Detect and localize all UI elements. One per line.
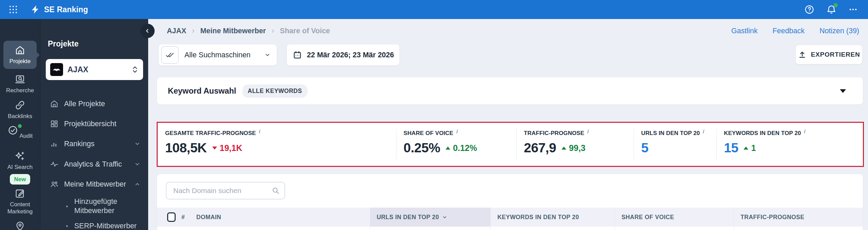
bullet-dot <box>66 225 68 227</box>
breadcrumb-item-section[interactable]: Meine Mitbewerber <box>200 27 266 35</box>
upload-icon <box>798 51 806 59</box>
competitors-people-icon <box>50 180 59 189</box>
metric-value: 15 <box>724 140 738 155</box>
table-header-row: # DOMAIN URLS IN DEN TOP 20 KEYWORDS IN … <box>157 208 863 227</box>
search-engine-dropdown[interactable]: Alle Suchmaschinen <box>159 44 277 65</box>
select-updown-icon <box>132 65 138 74</box>
calendar-icon <box>293 51 302 59</box>
metric-delta-positive: 99,3 <box>561 143 586 153</box>
rail-item-lokales-marketing[interactable]: Lokales Marketing <box>0 221 40 230</box>
content-pencil-icon <box>15 188 25 199</box>
metric-traffic-prognose: TRAFFIC-PROGNOSEi 267,9 99,3 <box>516 123 634 166</box>
rail-item-ai-search[interactable]: AI Search New <box>0 151 40 185</box>
brand-name: SE Ranking <box>44 5 88 14</box>
sidebar-item-label: Alle Projekte <box>64 100 105 108</box>
search-engine-value: Alle Suchmaschinen <box>184 51 251 59</box>
export-button[interactable]: EXPORTIEREN <box>796 45 862 64</box>
rail-item-content-marketing[interactable]: Content Marketing <box>0 188 40 215</box>
bullet-dot <box>66 206 68 207</box>
project-selector[interactable]: AJAX <box>46 59 143 80</box>
sidebar-item-meine-mitbewerber[interactable]: Meine Mitbewerber <box>40 175 149 194</box>
column-header-domain[interactable]: DOMAIN <box>196 208 221 227</box>
date-range-picker[interactable]: 22 Mär 2026; 23 Mär 2026 <box>287 44 399 65</box>
column-divider <box>615 227 615 230</box>
rail-item-recherche[interactable]: Recherche <box>0 74 40 94</box>
sidebar-item-analytics-traffic[interactable]: Analytics & Traffic <box>40 155 149 174</box>
rail-item-label: Audit <box>20 133 33 139</box>
feedback-link[interactable]: Feedback <box>772 27 804 35</box>
metric-value: 108,5K <box>165 140 207 155</box>
metric-value: 5 <box>641 140 648 155</box>
sidebar-item-alle-projekte[interactable]: Alle Projekte <box>40 94 149 113</box>
breadcrumb-item-current: Share of Voice <box>280 27 330 35</box>
chevron-down-icon <box>134 141 140 147</box>
keyword-selection-panel: Keyword Auswahl ALLE KEYWORDS <box>157 77 863 104</box>
home-icon <box>50 99 59 108</box>
panel-expand-caret-icon[interactable] <box>840 89 846 93</box>
main-content: AJAX › Meine Mitbewerber › Share of Voic… <box>148 19 868 230</box>
metrics-summary-strip: GESAMTE TRAFFIC-PROGNOSEi 108,5K 19,1K S… <box>157 122 864 167</box>
metric-gesamte-traffic-prognose: GESAMTE TRAFFIC-PROGNOSEi 108,5K 19,1K <box>158 123 396 166</box>
sidebar-item-label: Analytics & Traffic <box>64 160 122 169</box>
metric-delta-positive: 0.12% <box>446 143 477 153</box>
metric-label: KEYWORDS IN DEN TOP 20i <box>724 130 863 137</box>
sidebar-item-projektuebersicht[interactable]: Projektübersicht <box>40 114 149 133</box>
ai-sparkles-icon <box>15 151 25 161</box>
sidebar-item-rankings[interactable]: Rankings <box>40 134 149 153</box>
sidebar-heading: Projekte <box>48 39 79 49</box>
rail-item-label: AI Search <box>7 164 33 170</box>
brand-logo[interactable]: SE Ranking <box>31 5 88 14</box>
metric-divider <box>516 129 517 160</box>
sidebar-subitem-hinzugefuegte-mitbewerber[interactable]: Hinzugefügte Mitbewerber <box>40 196 149 216</box>
rail-item-backlinks[interactable]: Backlinks <box>0 100 40 120</box>
column-header-traffic-prognose[interactable]: TRAFFIC-PROGNOSE <box>741 208 804 227</box>
sidebar-subitem-serp-mitbewerber[interactable]: SERP-Mitbewerber <box>40 219 149 230</box>
chevron-up-icon <box>134 181 140 187</box>
sidebar-item-label: Rankings <box>64 140 95 148</box>
keyword-filter-badge[interactable]: ALLE KEYWORDS <box>242 84 308 98</box>
metric-value: 0.25% <box>403 140 440 155</box>
sidebar-collapse-button[interactable] <box>140 24 155 38</box>
select-all-checkbox[interactable] <box>167 212 176 222</box>
active-notch <box>33 52 40 58</box>
search-icon <box>272 187 280 195</box>
rail-item-audit[interactable]: Audit <box>0 125 40 139</box>
research-icon <box>15 74 25 85</box>
column-header-number[interactable]: # <box>181 208 185 227</box>
gastlink-link[interactable]: Gastlink <box>731 27 758 35</box>
app-grid-icon[interactable] <box>9 5 18 14</box>
notifications-bell-icon[interactable] <box>826 4 837 15</box>
metric-value: 267,9 <box>524 140 556 155</box>
metric-divider <box>716 129 717 160</box>
chevron-down-icon <box>264 52 271 58</box>
metric-delta-negative: 19,1K <box>212 143 242 153</box>
metric-urls-top20: URLS IN DEN TOP 20i 5 <box>634 123 716 166</box>
topbar-actions <box>804 4 858 15</box>
domain-search-field[interactable] <box>166 182 285 199</box>
info-icon[interactable]: i <box>259 128 260 135</box>
info-icon[interactable]: i <box>456 128 458 135</box>
metric-label: TRAFFIC-PROGNOSEi <box>524 130 634 137</box>
keyword-panel-title: Keyword Auswahl <box>168 87 236 96</box>
info-icon[interactable]: i <box>587 128 589 135</box>
help-icon[interactable] <box>804 4 814 15</box>
info-icon[interactable]: i <box>703 128 704 135</box>
domain-search-input[interactable] <box>173 186 265 195</box>
column-divider <box>370 227 370 230</box>
audit-check-icon <box>7 125 18 136</box>
arrow-up-icon <box>744 147 748 150</box>
info-icon[interactable]: i <box>804 128 805 135</box>
more-menu-icon[interactable] <box>848 5 858 14</box>
column-header-share-of-voice[interactable]: SHARE OF VOICE <box>622 208 674 227</box>
notes-link[interactable]: Notizen (39) <box>820 27 859 35</box>
metric-label: SHARE OF VOICEi <box>403 130 516 137</box>
breadcrumb: AJAX › Meine Mitbewerber › Share of Voic… <box>167 19 330 43</box>
column-header-keywords-top20[interactable]: KEYWORDS IN DEN TOP 20 <box>497 208 579 227</box>
column-header-urls-top20[interactable]: URLS IN DEN TOP 20 <box>377 208 447 227</box>
arrow-up-icon <box>561 147 566 150</box>
activity-icon <box>50 160 59 169</box>
rail-item-projekte[interactable]: Projekte <box>3 41 37 69</box>
rail-item-label: Backlinks <box>8 113 32 119</box>
dashboard-grid-icon <box>50 119 59 128</box>
breadcrumb-item-project[interactable]: AJAX <box>167 27 186 35</box>
